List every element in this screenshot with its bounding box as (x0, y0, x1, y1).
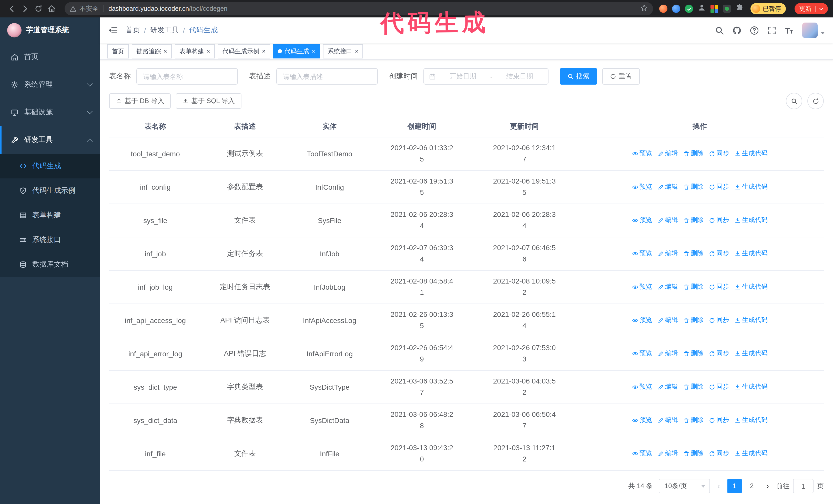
action-sync-link[interactable]: 同步 (709, 350, 729, 358)
sidebar-item-codegen[interactable]: 代码生成 (0, 154, 100, 178)
browser-back-icon[interactable] (5, 2, 19, 16)
sidebar-toggle-icon[interactable] (108, 26, 117, 34)
page-size-select[interactable]: 10条/页 (659, 479, 710, 493)
action-download-link[interactable]: 生成代码 (734, 249, 768, 258)
action-sync-link[interactable]: 同步 (709, 316, 729, 325)
action-edit-link[interactable]: 编辑 (658, 283, 678, 291)
fullscreen-icon[interactable] (767, 26, 776, 34)
action-eye-link[interactable]: 预览 (632, 316, 652, 325)
breadcrumb-home[interactable]: 首页 (125, 26, 140, 35)
breadcrumb-devtools[interactable]: 研发工具 (150, 26, 179, 35)
action-eye-link[interactable]: 预览 (632, 416, 652, 425)
goto-page-input[interactable] (793, 479, 813, 493)
action-download-link[interactable]: 生成代码 (734, 149, 768, 158)
action-download-link[interactable]: 生成代码 (734, 449, 768, 458)
prev-page-button[interactable]: ‹ (716, 481, 721, 491)
action-eye-link[interactable]: 预览 (632, 283, 652, 291)
font-size-icon[interactable] (785, 26, 793, 34)
sidebar-item-infra[interactable]: 基础设施 (0, 98, 100, 126)
action-download-link[interactable]: 生成代码 (734, 183, 768, 192)
action-delete-link[interactable]: 删除 (683, 149, 704, 158)
page-2[interactable]: 2 (744, 479, 759, 493)
action-edit-link[interactable]: 编辑 (658, 216, 678, 225)
action-edit-link[interactable]: 编辑 (658, 183, 678, 192)
help-icon[interactable] (750, 26, 759, 34)
action-download-link[interactable]: 生成代码 (734, 216, 768, 225)
import-sql-button[interactable]: 基于 SQL 导入 (176, 93, 242, 109)
action-sync-link[interactable]: 同步 (709, 283, 729, 291)
sidebar-item-db-docs[interactable]: 数据库文档 (0, 252, 100, 277)
action-edit-link[interactable]: 编辑 (658, 383, 678, 391)
sidebar-item-system[interactable]: 系统管理 (0, 71, 100, 98)
sidebar-logo[interactable]: 芋道管理系统 (0, 18, 100, 43)
action-eye-link[interactable]: 预览 (632, 350, 652, 358)
table-name-input[interactable] (136, 68, 238, 85)
tab-链路追踪[interactable]: 链路追踪× (132, 44, 172, 58)
action-delete-link[interactable]: 删除 (683, 183, 704, 192)
action-sync-link[interactable]: 同步 (709, 149, 729, 158)
sidebar-item-codegen-example[interactable]: 代码生成示例 (0, 178, 100, 203)
tab-表单构建[interactable]: 表单构建× (175, 44, 215, 58)
action-edit-link[interactable]: 编辑 (658, 316, 678, 325)
action-edit-link[interactable]: 编辑 (658, 249, 678, 258)
tab-系统接口[interactable]: 系统接口× (323, 44, 363, 58)
import-db-button[interactable]: 基于 DB 导入 (109, 93, 171, 109)
action-delete-link[interactable]: 删除 (683, 249, 704, 258)
search-icon[interactable] (715, 26, 724, 34)
action-download-link[interactable]: 生成代码 (734, 283, 768, 291)
next-page-button[interactable]: › (765, 481, 770, 491)
action-delete-link[interactable]: 删除 (683, 316, 704, 325)
action-sync-link[interactable]: 同步 (709, 249, 729, 258)
extension-icon[interactable] (659, 5, 667, 13)
sidebar-item-home[interactable]: 首页 (0, 43, 100, 71)
profile-paused-badge[interactable]: 已暂停 (751, 3, 786, 14)
action-eye-link[interactable]: 预览 (632, 249, 652, 258)
action-edit-link[interactable]: 编辑 (658, 149, 678, 158)
action-sync-link[interactable]: 同步 (709, 183, 729, 192)
action-sync-link[interactable]: 同步 (709, 216, 729, 225)
page-1[interactable]: 1 (727, 479, 741, 493)
extension-check-icon[interactable] (685, 5, 693, 13)
address-bar[interactable]: 不安全 dashboard.yudao.iocoder.cn/tool/code… (65, 2, 653, 16)
extension-people-icon[interactable] (698, 4, 706, 14)
tab-首页[interactable]: 首页 (107, 44, 129, 58)
sidebar-item-form-builder[interactable]: 表单构建 (0, 203, 100, 227)
action-edit-link[interactable]: 编辑 (658, 350, 678, 358)
extension-icon[interactable] (672, 5, 680, 13)
action-eye-link[interactable]: 预览 (632, 383, 652, 391)
chrome-update-button[interactable]: 更新 (794, 3, 828, 14)
browser-home-icon[interactable] (45, 2, 58, 16)
action-sync-link[interactable]: 同步 (709, 416, 729, 425)
reset-button[interactable]: 重置 (602, 68, 640, 85)
action-download-link[interactable]: 生成代码 (734, 350, 768, 358)
action-delete-link[interactable]: 删除 (683, 283, 704, 291)
action-sync-link[interactable]: 同步 (709, 449, 729, 458)
action-delete-link[interactable]: 删除 (683, 449, 704, 458)
user-avatar-menu[interactable] (802, 23, 825, 38)
action-download-link[interactable]: 生成代码 (734, 383, 768, 391)
action-delete-link[interactable]: 删除 (683, 350, 704, 358)
sidebar-item-devtools[interactable]: 研发工具 (0, 126, 100, 154)
refresh-table-button[interactable] (807, 93, 824, 109)
tab-代码生成示例[interactable]: 代码生成示例× (218, 44, 270, 58)
tab-代码生成[interactable]: 代码生成× (273, 44, 320, 58)
sidebar-item-system-api[interactable]: 系统接口 (0, 227, 100, 252)
bookmark-star-icon[interactable] (640, 4, 648, 13)
github-icon[interactable] (733, 26, 741, 34)
toggle-search-button[interactable] (786, 93, 802, 109)
action-delete-link[interactable]: 删除 (683, 416, 704, 425)
action-delete-link[interactable]: 删除 (683, 383, 704, 391)
extension-icon[interactable] (723, 5, 731, 13)
action-eye-link[interactable]: 预览 (632, 216, 652, 225)
action-eye-link[interactable]: 预览 (632, 149, 652, 158)
action-eye-link[interactable]: 预览 (632, 449, 652, 458)
action-sync-link[interactable]: 同步 (709, 383, 729, 391)
browser-forward-icon[interactable] (19, 2, 32, 16)
table-desc-input[interactable] (276, 68, 378, 85)
extension-grid-icon[interactable] (711, 5, 718, 13)
close-tab-icon[interactable]: × (164, 48, 167, 54)
close-tab-icon[interactable]: × (262, 48, 265, 54)
action-download-link[interactable]: 生成代码 (734, 316, 768, 325)
action-eye-link[interactable]: 预览 (632, 183, 652, 192)
action-edit-link[interactable]: 编辑 (658, 416, 678, 425)
